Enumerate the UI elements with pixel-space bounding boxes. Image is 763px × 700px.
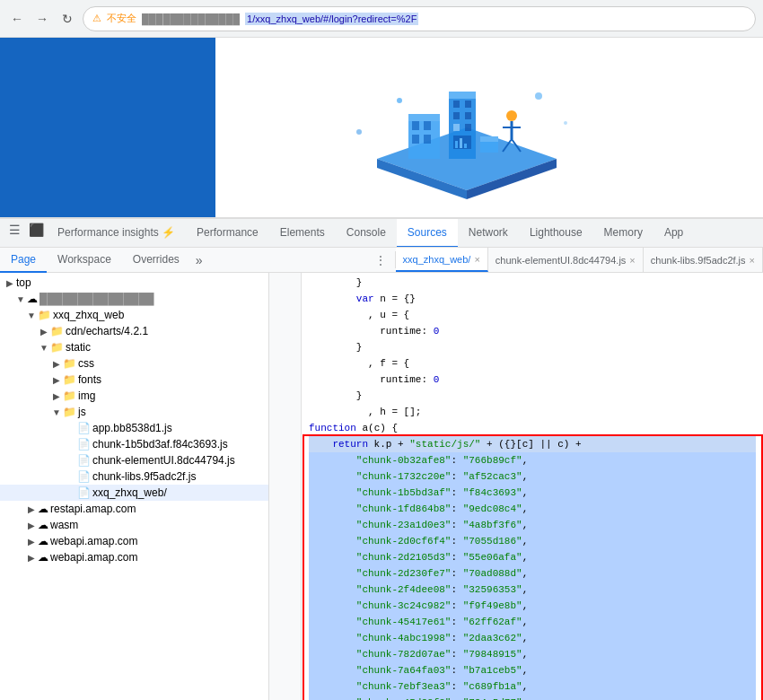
tree-item-webapi1[interactable]: ▶ ☁ webapi.amap.com <box>0 533 268 549</box>
tree-arrow-top: ▶ <box>4 278 16 288</box>
vertical-dots-icon[interactable]: ⋮ <box>372 251 390 269</box>
file-tab-xxq[interactable]: xxq_zhxq_web/ × <box>396 248 488 272</box>
devtools-tabs-row: ☰ ⬛ Performance insights ⚡ Performance E… <box>0 219 763 248</box>
tree-item-app-js[interactable]: 📄 app.bb8538d1.js <box>0 420 268 436</box>
svg-point-29 <box>535 92 542 100</box>
code-line-3: , u = { <box>309 307 756 323</box>
code-editor[interactable]: } var n = {} , u = { runtime: 0 } , f = … <box>269 273 763 700</box>
ln-20 <box>269 582 294 598</box>
svg-rect-18 <box>455 141 458 148</box>
close-file-tab-libs[interactable]: × <box>750 255 755 266</box>
folder-icon-cdn: 📁 <box>50 325 64 337</box>
tree-label-webapi2: webapi.amap.com <box>50 551 137 564</box>
tree-label-domain: ███████████████ <box>39 293 154 305</box>
devtools-menu-icon[interactable]: ☰ <box>4 219 25 241</box>
address-bar[interactable]: ⚠ 不安全 ██████████████ 1/xxq_zhxq_web/#/lo… <box>83 6 756 31</box>
cloud-icon-domain: ☁ <box>27 293 38 305</box>
tree-item-static[interactable]: ▼ 📁 static <box>0 339 268 355</box>
code-line-11: return k.p + "static/js/" + ({}[c] || c)… <box>309 436 756 452</box>
cloud-icon-webapi2: ☁ <box>38 551 48 564</box>
code-content: } var n = {} , u = { runtime: 0 } , f = … <box>302 273 763 700</box>
ln-11 <box>269 436 294 452</box>
code-line-9: , h = []; <box>309 404 756 420</box>
tree-item-top[interactable]: ▶ top <box>0 275 268 291</box>
ln-21 <box>269 598 294 614</box>
ln-23 <box>269 630 294 646</box>
svg-rect-10 <box>449 92 476 99</box>
tab-lighthouse[interactable]: Lighthouse <box>519 219 593 248</box>
sources-sub-tab-overrides[interactable]: Overrides <box>122 248 190 273</box>
tab-elements[interactable]: Elements <box>269 219 336 248</box>
code-line-17: "chunk-2d0cf6f4": "7055d186", <box>309 533 756 549</box>
inspect-icon[interactable]: ⬛ <box>25 219 47 241</box>
file-icon-chunk1: 📄 <box>77 438 91 451</box>
reload-button[interactable]: ↻ <box>57 9 77 29</box>
ln-26 <box>269 678 294 695</box>
blue-background <box>0 38 215 217</box>
tree-arrow-wasm: ▶ <box>25 521 38 530</box>
tree-label-webapi1: webapi.amap.com <box>50 535 137 547</box>
forward-button[interactable]: → <box>32 9 52 29</box>
tree-item-chunk-libs[interactable]: 📄 chunk-libs.9f5adc2f.js <box>0 468 268 485</box>
tab-sources[interactable]: Sources <box>397 219 458 248</box>
code-line-15: "chunk-1fd864b8": "9edc08c4", <box>309 501 756 517</box>
tree-label-restapi: restapi.amap.com <box>50 503 136 515</box>
tree-label-libs: chunk-libs.9f5adc2f.js <box>92 470 196 483</box>
tree-label-app: app.bb8538d1.js <box>92 422 172 434</box>
url-highlighted: 1/xxq_zhxq_web/#/login?redirect=%2F <box>245 13 418 25</box>
folder-icon-css: 📁 <box>63 357 76 370</box>
sources-sub-tab-workspace[interactable]: Workspace <box>47 248 122 273</box>
tree-item-restapi[interactable]: ▶ ☁ restapi.amap.com <box>0 501 268 517</box>
sources-tab-more[interactable]: » <box>190 248 208 272</box>
cloud-icon-wasm: ☁ <box>38 519 48 531</box>
tree-arrow-img: ▶ <box>50 391 63 401</box>
ln-1 <box>269 275 294 291</box>
folder-icon-static: 📁 <box>50 341 64 354</box>
code-line-27: "chunk-c45d38f8": "724a5d77", <box>309 695 756 700</box>
tree-item-xxq-web-file[interactable]: 📄 xxq_zhxq_web/ ⬅ <box>0 485 268 501</box>
ln-9 <box>269 404 294 420</box>
tree-label-xxq-web: xxq_zhxq_web/ <box>92 486 167 499</box>
ln-17 <box>269 533 294 549</box>
tree-arrow-static: ▼ <box>38 343 50 353</box>
ln-7 <box>269 372 294 388</box>
tab-app[interactable]: App <box>653 219 694 248</box>
tree-item-css[interactable]: ▶ 📁 css <box>0 355 268 372</box>
tree-item-fonts[interactable]: ▶ 📁 fonts <box>0 372 268 388</box>
ln-12 <box>269 452 294 468</box>
tab-console[interactable]: Console <box>336 219 397 248</box>
tree-item-img[interactable]: ▶ 📁 img <box>0 388 268 404</box>
tree-item-js[interactable]: ▼ 📁 js <box>0 404 268 420</box>
tab-performance-insights[interactable]: Performance insights ⚡ <box>47 219 186 248</box>
tab-memory[interactable]: Memory <box>593 219 653 248</box>
tree-item-xxq-zhxq-web[interactable]: ▼ 📁 xxq_zhxq_web <box>0 307 268 323</box>
file-tab-libs[interactable]: chunk-libs.9f5adc2f.js × <box>644 248 763 272</box>
tree-label-img: img <box>78 389 95 402</box>
code-line-4: runtime: 0 <box>309 323 756 339</box>
tree-label-static: static <box>66 341 91 354</box>
file-icon-app: 📄 <box>77 422 91 434</box>
code-line-7: runtime: 0 <box>309 372 756 388</box>
tree-item-chunk1[interactable]: 📄 chunk-1b5bd3af.f84c3693.js <box>0 436 268 452</box>
ln-27 <box>269 695 294 700</box>
close-file-tab-xxq[interactable]: × <box>474 254 479 265</box>
code-line-10: function a(c) { <box>309 420 756 436</box>
devtools-panel: ☰ ⬛ Performance insights ⚡ Performance E… <box>0 217 763 700</box>
sources-sub-tab-page[interactable]: Page <box>0 248 47 273</box>
back-button[interactable]: ← <box>7 9 27 29</box>
ln-13 <box>269 468 294 485</box>
svg-point-21 <box>506 110 517 121</box>
file-tab-elementui[interactable]: chunk-elementUI.8dc44794.js × <box>488 248 644 272</box>
ln-22 <box>269 614 294 630</box>
code-line-23: "chunk-4abc1998": "2daa3c62", <box>309 630 756 646</box>
tree-item-webapi2[interactable]: ▶ ☁ webapi.amap.com <box>0 549 268 565</box>
code-line-24: "chunk-782d07ae": "79848915", <box>309 646 756 662</box>
close-file-tab-elementui[interactable]: × <box>629 255 635 266</box>
tree-item-chunk-element[interactable]: 📄 chunk-elementUI.8dc44794.js <box>0 452 268 468</box>
tree-item-cdn[interactable]: ▶ 📁 cdn/echarts/4.2.1 <box>0 323 268 339</box>
tab-performance[interactable]: Performance <box>186 219 269 248</box>
tree-item-wasm[interactable]: ▶ ☁ wasm <box>0 517 268 533</box>
tab-network[interactable]: Network <box>458 219 519 248</box>
code-line-26: "chunk-7ebf3ea3": "c689fb1a", <box>309 678 756 695</box>
tree-item-domain[interactable]: ▼ ☁ ███████████████ <box>0 291 268 307</box>
